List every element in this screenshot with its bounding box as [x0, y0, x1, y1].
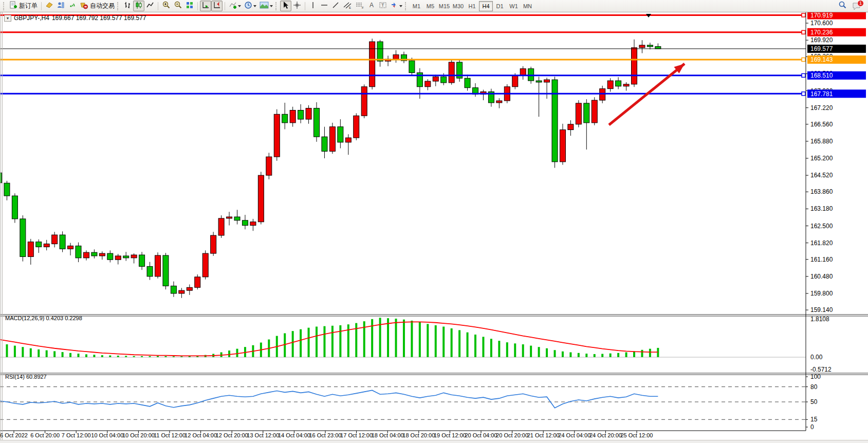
horizontal-line-button[interactable]	[319, 1, 330, 11]
crosshair-icon	[293, 1, 301, 11]
line-handle[interactable]	[802, 58, 805, 61]
text-button[interactable]: A	[366, 1, 377, 11]
time-tick-label: 18 Oct 20:00	[402, 432, 435, 438]
candle-up	[592, 100, 597, 123]
candle-up	[354, 116, 359, 138]
indicators-button[interactable]	[227, 1, 243, 11]
candle-up	[155, 255, 161, 276]
candle-up	[306, 108, 311, 119]
candle-down	[60, 235, 65, 249]
timeframe-button-w1[interactable]: W1	[507, 1, 521, 11]
line-handle[interactable]	[802, 13, 805, 17]
candle-up	[607, 81, 613, 89]
window-bottom-edge	[0, 440, 868, 443]
timeframe-button-mn[interactable]: MN	[521, 1, 534, 11]
price-tick-label: 161.820	[810, 239, 833, 247]
macd-signal-line	[0, 322, 658, 356]
chat-button[interactable]: 1	[852, 1, 863, 11]
candle-up	[393, 54, 399, 59]
chart-shift-button[interactable]	[211, 1, 223, 11]
market-watch-button[interactable]	[55, 1, 66, 11]
price-badge-label: 169.143	[810, 56, 833, 63]
shapes-button[interactable]	[389, 1, 404, 11]
candle-down	[322, 137, 327, 151]
auto-scroll-button[interactable]	[200, 1, 211, 11]
one-click-collapse-button[interactable]: ▼	[4, 15, 11, 22]
tile-windows-button[interactable]	[184, 1, 195, 11]
time-tick-label: 20 Oct 04:00	[465, 432, 497, 438]
line-chart-type-button[interactable]	[144, 1, 156, 11]
candle-down	[76, 246, 81, 257]
rsi-scale-label: 80	[810, 383, 818, 391]
chart-canvas[interactable]: 170.600169.920169.260168.580167.900167.2…	[0, 12, 868, 443]
price-tick-label: 165.200	[810, 155, 833, 162]
search-icon	[838, 1, 847, 12]
timeframe-button-h4[interactable]: H4	[479, 1, 493, 11]
candle-up	[433, 77, 438, 81]
dropdown-arrow-icon	[399, 5, 402, 7]
candle-down	[242, 220, 248, 226]
crosshair-button[interactable]	[291, 1, 303, 11]
candle-up	[274, 114, 280, 157]
timeframe-button-h1[interactable]: H1	[465, 1, 479, 11]
price-tick-label: 163.180	[810, 205, 833, 212]
fibonacci-icon: F	[355, 1, 364, 11]
search-button[interactable]	[836, 1, 848, 11]
price-badge-label: 168.510	[810, 72, 833, 79]
market-depth-button[interactable]	[44, 1, 55, 11]
candle-up	[520, 69, 526, 76]
candle-up	[449, 62, 454, 83]
rsi-scale-label: 100	[810, 373, 821, 380]
timeframe-button-m15[interactable]: M15	[437, 1, 451, 11]
svg-text:A: A	[370, 2, 374, 9]
auto-trading-button[interactable]: 自动交易	[78, 1, 116, 11]
line-handle[interactable]	[802, 30, 805, 34]
clock-icon	[244, 1, 252, 11]
timeframe-button-d1[interactable]: D1	[493, 1, 507, 11]
price-tick-label: 162.500	[810, 223, 833, 230]
zoom-in-button[interactable]	[160, 1, 172, 11]
candlestick-type-button[interactable]	[133, 1, 144, 11]
candle-down	[409, 61, 415, 72]
text-label-button[interactable]: T	[377, 1, 389, 11]
candle-down	[139, 255, 145, 266]
candle-up	[600, 89, 605, 100]
fibonacci-button[interactable]: F	[354, 1, 366, 11]
candle-up	[425, 81, 431, 87]
new-order-button[interactable]: 新订单	[8, 1, 39, 11]
candle-down	[107, 253, 113, 260]
candle-down	[91, 252, 97, 256]
trendline-button[interactable]	[330, 1, 341, 11]
candle-up	[370, 42, 375, 87]
vertical-line-button[interactable]	[307, 1, 319, 11]
candle-down	[234, 217, 240, 220]
dropdown-arrow-icon	[270, 5, 273, 7]
zoom-out-button[interactable]	[172, 1, 184, 11]
timeframe-button-m30[interactable]: M30	[451, 1, 465, 11]
auto-scroll-icon	[201, 1, 210, 11]
timeframe-button-m1[interactable]: M1	[410, 1, 423, 11]
time-tick-label: 11 Oct 12:00	[154, 432, 186, 438]
periods-button[interactable]	[243, 1, 258, 11]
candle-up	[187, 287, 192, 290]
cursor-button[interactable]	[280, 1, 291, 11]
time-tick-label: 7 Oct 12:00	[62, 432, 91, 438]
candle-down	[171, 286, 176, 293]
zoom-in-icon	[162, 1, 171, 11]
line-handle[interactable]	[802, 92, 805, 96]
candle-up	[195, 277, 200, 287]
arrow-shapes-icon	[390, 1, 398, 11]
time-tick-label: 13 Oct 12:00	[247, 432, 279, 438]
candle-up	[544, 80, 550, 82]
chart-type-group	[122, 1, 156, 12]
signals-button[interactable]	[66, 1, 78, 11]
templates-button[interactable]	[258, 1, 274, 11]
channel-button[interactable]: E	[341, 1, 354, 11]
bar-chart-type-button[interactable]	[122, 1, 133, 11]
macd-label: MACD(12,26,9) 0.4203 0.2298	[5, 315, 82, 321]
timeframe-button-m5[interactable]: M5	[423, 1, 437, 11]
candle-up	[568, 124, 574, 130]
price-tick-label: 164.520	[810, 172, 833, 179]
line-handle[interactable]	[802, 73, 805, 77]
candle-up	[290, 110, 296, 123]
